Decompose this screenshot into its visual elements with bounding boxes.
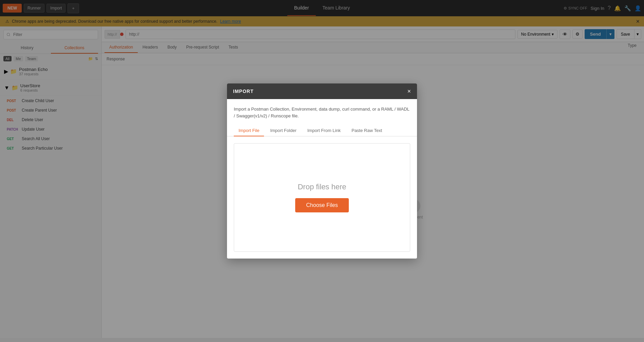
modal-header: IMPORT × [227, 83, 417, 99]
choose-files-button[interactable]: Choose Files [295, 198, 348, 212]
modal-body: Import a Postman Collection, Environment… [227, 99, 417, 259]
modal-tabs: Import File Import Folder Import From Li… [227, 125, 417, 136]
modal-overlay[interactable]: IMPORT × Import a Postman Collection, En… [0, 0, 644, 338]
modal-close-button[interactable]: × [407, 88, 411, 94]
modal-description: Import a Postman Collection, Environment… [234, 106, 410, 119]
modal-content: Drop files here Choose Files [234, 136, 410, 259]
modal-tab-import-folder[interactable]: Import Folder [265, 125, 301, 136]
modal-tab-import-from-link[interactable]: Import From Link [303, 125, 345, 136]
modal-title: IMPORT [233, 89, 253, 94]
drop-zone[interactable]: Drop files here Choose Files [234, 143, 410, 252]
import-modal: IMPORT × Import a Postman Collection, En… [227, 83, 417, 259]
drop-zone-text: Drop files here [298, 183, 346, 191]
modal-tab-paste-raw-text[interactable]: Paste Raw Text [347, 125, 387, 136]
modal-tab-import-file[interactable]: Import File [234, 125, 264, 136]
